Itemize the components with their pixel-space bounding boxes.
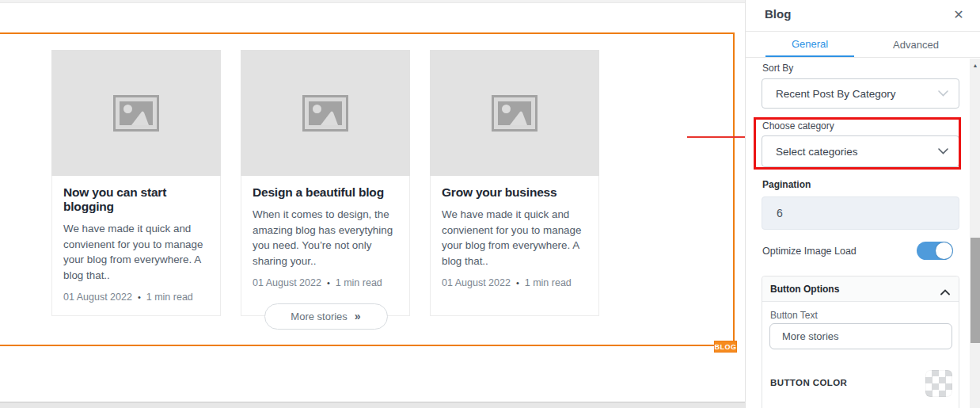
panel-tabs: General Advanced <box>746 32 980 58</box>
panel-scrollbar[interactable]: ▲ <box>970 59 980 408</box>
section-type-badge[interactable]: BLOG <box>714 341 737 353</box>
post-excerpt: We have made it quick and convienent for… <box>442 207 587 269</box>
post-meta: 01 August 2022 • 1 min read <box>63 292 209 303</box>
meta-dot-icon: • <box>327 278 330 288</box>
chevron-down-icon <box>938 90 948 97</box>
post-title[interactable]: Now you can start blogging <box>63 185 209 214</box>
bottom-scroll-edge <box>0 402 745 408</box>
image-placeholder-icon <box>302 95 348 132</box>
post-read-time: 1 min read <box>336 277 382 288</box>
top-divider <box>0 0 745 3</box>
button-color-label: BUTTON COLOR <box>770 378 847 387</box>
post-meta: 01 August 2022 • 1 min read <box>442 277 587 288</box>
button-text-value: More stories <box>782 330 839 342</box>
pagination-input[interactable]: 6 <box>762 196 959 230</box>
image-placeholder-icon <box>492 95 537 132</box>
scrollbar-thumb[interactable] <box>971 238 980 343</box>
button-text-label: Button Text <box>770 310 818 321</box>
blog-card[interactable]: Design a beautiful blog When it comes to… <box>241 50 410 316</box>
sort-by-value: Recent Post By Category <box>762 88 896 100</box>
chevron-up-icon <box>940 284 950 299</box>
card-body: Design a beautiful blog When it comes to… <box>241 176 409 301</box>
pagination-label: Pagination <box>762 179 811 190</box>
close-icon[interactable]: ✕ <box>949 5 968 24</box>
post-date: 01 August 2022 <box>442 277 511 288</box>
sort-by-label: Sort By <box>762 63 793 74</box>
meta-dot-icon: • <box>138 292 141 302</box>
button-options-accordion: Button Options Button Text More stories … <box>762 276 959 408</box>
post-meta: 01 August 2022 • 1 min read <box>253 277 398 288</box>
card-body: Grow your business We have made it quick… <box>431 176 598 301</box>
button-options-header[interactable]: Button Options <box>762 276 959 302</box>
post-date: 01 August 2022 <box>63 292 132 303</box>
button-options-title: Button Options <box>762 284 839 295</box>
post-title[interactable]: Grow your business <box>442 185 587 200</box>
blog-card[interactable]: Now you can start blogging We have made … <box>51 50 221 316</box>
blog-settings-panel: Blog ✕ General Advanced Sort By Recent P… <box>745 0 980 408</box>
post-read-time: 1 min read <box>525 277 572 288</box>
toggle-knob <box>936 242 952 259</box>
image-placeholder[interactable] <box>241 50 410 176</box>
image-placeholder[interactable] <box>51 50 221 176</box>
blog-card[interactable]: Grow your business We have made it quick… <box>430 50 599 316</box>
builder-window: Now you can start blogging We have made … <box>0 0 980 408</box>
card-body: Now you can start blogging We have made … <box>52 176 220 315</box>
more-stories-button[interactable]: More stories » <box>264 303 388 330</box>
panel-header: Blog ✕ <box>746 0 980 32</box>
blog-section-preview: Now you can start blogging We have made … <box>0 0 745 402</box>
more-stories-label: More stories <box>291 311 348 322</box>
optimize-image-load-label: Optimize Image Load <box>762 246 857 257</box>
choose-category-value: Select categories <box>762 146 858 158</box>
more-stories-row: More stories » <box>51 303 600 330</box>
scroll-up-arrow-icon[interactable]: ▲ <box>970 59 980 71</box>
choose-category-select[interactable]: Select categories <box>762 135 959 167</box>
blog-card-list: Now you can start blogging We have made … <box>51 50 599 316</box>
meta-dot-icon: • <box>516 278 519 288</box>
image-placeholder[interactable] <box>430 50 599 176</box>
post-title[interactable]: Design a beautiful blog <box>253 185 398 200</box>
button-text-input[interactable]: More stories <box>769 323 952 349</box>
panel-title: Blog <box>765 7 791 21</box>
button-color-swatch[interactable] <box>925 370 952 397</box>
post-date: 01 August 2022 <box>253 277 321 288</box>
tab-general[interactable]: General <box>765 32 854 57</box>
pagination-value: 6 <box>777 207 783 219</box>
post-excerpt: When it comes to design, the amazing blo… <box>253 207 398 269</box>
post-read-time: 1 min read <box>146 292 193 303</box>
tab-advanced[interactable]: Advanced <box>872 32 960 57</box>
image-placeholder-icon <box>113 95 159 132</box>
sort-by-select[interactable]: Recent Post By Category <box>762 78 959 109</box>
double-chevron-right-icon: » <box>355 311 361 323</box>
chevron-down-icon <box>938 148 948 154</box>
optimize-image-load-toggle[interactable] <box>917 242 953 260</box>
post-excerpt: We have made it quick and convienent for… <box>63 221 209 283</box>
choose-category-label: Choose category <box>762 120 834 132</box>
annotation-arrow <box>687 136 747 138</box>
